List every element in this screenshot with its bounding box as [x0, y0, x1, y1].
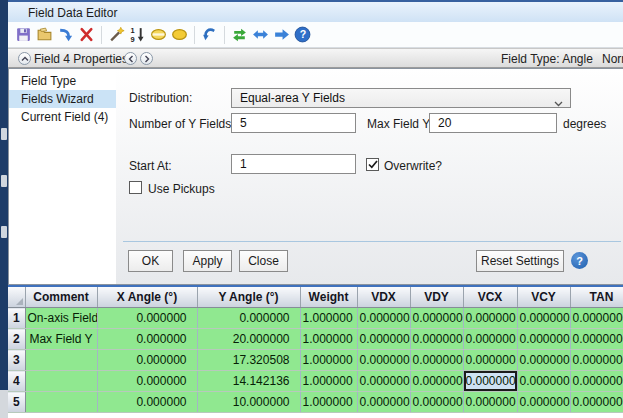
open-icon[interactable] — [35, 25, 54, 44]
cell-vcy[interactable]: 0.000000 — [517, 308, 570, 329]
delete-icon[interactable] — [77, 25, 96, 44]
toolbar-help-icon[interactable]: ? — [293, 25, 312, 44]
cell-y_angle[interactable]: 20.000000 — [197, 329, 300, 350]
wizard-wand-icon[interactable] — [107, 25, 126, 44]
collapse-icon[interactable] — [18, 52, 31, 65]
next-field-icon[interactable] — [140, 52, 153, 65]
cell-vdx[interactable]: 0.000000 — [357, 350, 410, 371]
distribution-select[interactable]: Equal-area Y Fields — [231, 88, 571, 108]
insert-arrow-icon[interactable] — [56, 25, 75, 44]
row-number[interactable]: 2 — [8, 329, 25, 350]
cell-vdy[interactable]: 0.000000 — [410, 308, 463, 329]
sort-icon[interactable]: 19 — [128, 25, 147, 44]
cell-x_angle[interactable]: 0.000000 — [97, 392, 197, 413]
col-header-vdx[interactable]: VDX — [357, 287, 410, 308]
cell-tan[interactable]: 0.000000 — [570, 350, 623, 371]
max-field-input[interactable] — [429, 113, 557, 133]
cell-vcy[interactable]: 0.000000 — [517, 371, 570, 392]
cell-vcx[interactable]: 0.000000 — [463, 308, 517, 329]
cell-weight[interactable]: 1.000000 — [300, 329, 357, 350]
cell-vdx[interactable]: 0.000000 — [357, 308, 410, 329]
prev-field-icon[interactable] — [124, 52, 137, 65]
undo-icon[interactable] — [200, 25, 219, 44]
row-number[interactable]: 3 — [8, 350, 25, 371]
cell-y_angle[interactable]: 17.320508 — [197, 350, 300, 371]
save-icon[interactable] — [14, 25, 33, 44]
col-header-vcy[interactable]: VCY — [517, 287, 570, 308]
cell-weight[interactable]: 1.000000 — [300, 350, 357, 371]
cell-x_angle[interactable]: 0.000000 — [97, 308, 197, 329]
move-right-icon[interactable] — [272, 25, 291, 44]
cell-vcy[interactable]: 0.000000 — [517, 329, 570, 350]
cell-comment[interactable] — [25, 392, 97, 413]
cell-vcx[interactable]: 0.000000 — [463, 371, 517, 392]
row-number[interactable]: 1 — [8, 308, 25, 329]
cell-weight[interactable]: 1.000000 — [300, 371, 357, 392]
ellipse-filled-icon[interactable] — [170, 25, 189, 44]
sidebar-item-fields-wizard[interactable]: Fields Wizard — [9, 90, 116, 108]
table-header-row: CommentX Angle (°)Y Angle (°)WeightVDXVD… — [8, 287, 623, 308]
use-pickups-checkbox[interactable] — [129, 181, 142, 194]
cell-y_angle[interactable]: 0.000000 — [197, 308, 300, 329]
cell-tan[interactable]: 0.000000 — [570, 329, 623, 350]
cell-vcx[interactable]: 0.000000 — [463, 329, 517, 350]
reset-settings-button[interactable]: Reset Settings — [476, 250, 564, 272]
col-header-y_angle[interactable]: Y Angle (°) — [197, 287, 300, 308]
cell-vdx[interactable]: 0.000000 — [357, 371, 410, 392]
cell-comment[interactable] — [25, 371, 97, 392]
cell-vcx[interactable]: 0.000000 — [463, 350, 517, 371]
col-header-tan[interactable]: TAN — [570, 287, 623, 308]
title-bar[interactable]: Field Data Editor — [8, 0, 623, 22]
cell-vcy[interactable]: 0.000000 — [517, 350, 570, 371]
cell-weight[interactable]: 1.000000 — [300, 392, 357, 413]
col-header-comment[interactable]: Comment — [25, 287, 97, 308]
cell-vdy[interactable]: 0.000000 — [410, 350, 463, 371]
background-app-edge — [0, 0, 8, 418]
ok-button[interactable]: OK — [128, 250, 173, 272]
cell-x_angle[interactable]: 0.000000 — [97, 329, 197, 350]
cell-comment[interactable] — [25, 350, 97, 371]
close-button[interactable]: Close — [239, 250, 288, 272]
cell-vdx[interactable]: 0.000000 — [357, 392, 410, 413]
sidebar-item-field-type[interactable]: Field Type — [9, 72, 116, 90]
num-fields-input[interactable] — [231, 113, 356, 133]
col-header-x_angle[interactable]: X Angle (°) — [97, 287, 197, 308]
ellipse-outline-icon[interactable] — [149, 25, 168, 44]
background-partial-icon — [1, 175, 7, 187]
sidebar-item-current-field[interactable]: Current Field (4) — [9, 108, 116, 126]
overwrite-checkbox[interactable] — [366, 158, 379, 171]
row-number[interactable]: 4 — [8, 371, 25, 392]
cell-weight[interactable]: 1.000000 — [300, 308, 357, 329]
cell-x_angle[interactable]: 0.000000 — [97, 350, 197, 371]
cell-y_angle[interactable]: 10.000000 — [197, 392, 300, 413]
cell-vdx[interactable]: 0.000000 — [357, 329, 410, 350]
cell-tan[interactable]: 0.000000 — [570, 371, 623, 392]
cell-y_angle[interactable]: 14.142136 — [197, 371, 300, 392]
cell-comment[interactable]: Max Field Y — [25, 329, 97, 350]
start-at-input[interactable] — [231, 154, 356, 174]
cell-comment[interactable]: On-axis Field — [25, 308, 97, 329]
cell-tan[interactable]: 0.000000 — [570, 308, 623, 329]
move-both-icon[interactable] — [251, 25, 270, 44]
apply-button[interactable]: Apply — [183, 250, 232, 272]
cell-vcy[interactable]: 0.000000 — [517, 392, 570, 413]
field-table: CommentX Angle (°)Y Angle (°)WeightVDXVD… — [8, 287, 623, 418]
toolbar-separator — [101, 26, 102, 44]
col-header-vdy[interactable]: VDY — [410, 287, 463, 308]
swap-icon[interactable] — [230, 25, 249, 44]
table-row: 2Max Field Y0.00000020.0000001.0000000.0… — [8, 329, 623, 350]
cell-vdy[interactable]: 0.000000 — [410, 371, 463, 392]
cell-tan[interactable]: 0.000000 — [570, 392, 623, 413]
table-row: 40.00000014.1421361.0000000.0000000.0000… — [8, 371, 623, 392]
cell-vcx[interactable]: 0.000000 — [463, 392, 517, 413]
wizard-help-icon[interactable]: ? — [571, 252, 588, 269]
use-pickups-label: Use Pickups — [148, 182, 215, 196]
col-header-weight[interactable]: Weight — [300, 287, 357, 308]
col-header-vcx[interactable]: VCX — [463, 287, 517, 308]
select-all-corner[interactable] — [8, 287, 25, 308]
row-number[interactable]: 5 — [8, 392, 25, 413]
cell-vdy[interactable]: 0.000000 — [410, 329, 463, 350]
cell-x_angle[interactable]: 0.000000 — [97, 371, 197, 392]
cell-vdy[interactable]: 0.000000 — [410, 392, 463, 413]
panel-separator — [123, 241, 621, 242]
